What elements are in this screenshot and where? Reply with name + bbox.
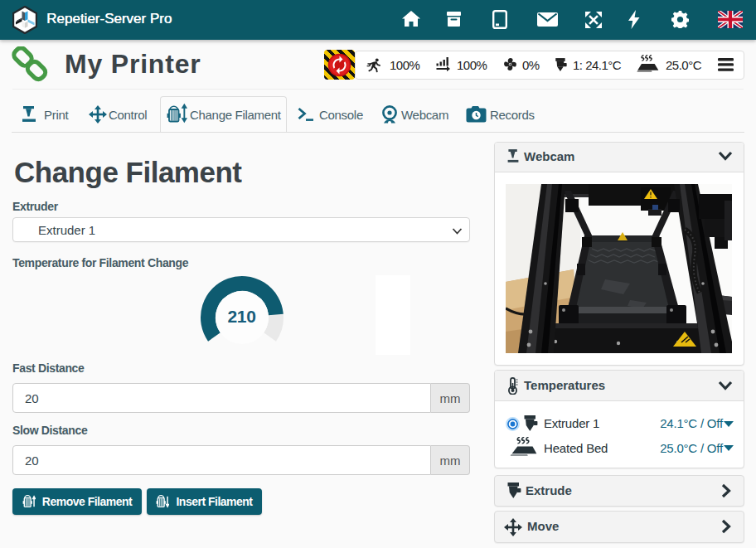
svg-text:210: 210 — [227, 307, 255, 326]
